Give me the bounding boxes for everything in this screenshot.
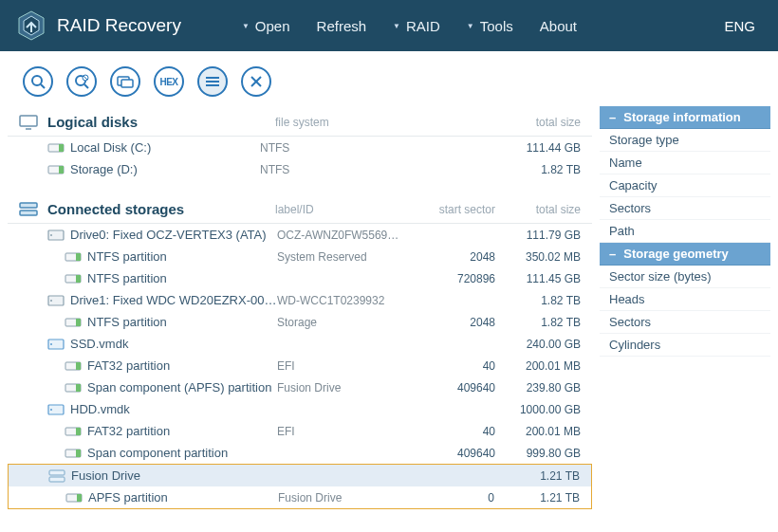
storage-row[interactable]: Drive0: Fixed OCZ-VERTEX3 (ATA)OCZ-AWNZ0… xyxy=(8,224,592,246)
info-row: Sectors xyxy=(600,197,770,220)
svg-rect-9 xyxy=(121,80,133,87)
magnifier-icon xyxy=(30,74,46,89)
logo-wrap: RAID Recovery xyxy=(15,9,181,42)
storage-label: WD-WCC1T0239932 xyxy=(277,294,400,307)
storage-size: 1.82 TB xyxy=(495,294,581,307)
storage-row[interactable]: HDD.vmdk1000.00 GB xyxy=(8,398,592,420)
section-title: Logical disks xyxy=(47,114,275,130)
col-total-size: total size xyxy=(495,203,581,216)
partition-icon xyxy=(65,273,83,284)
menu-raid[interactable]: ▼RAID xyxy=(380,18,454,34)
collapse-icon: – xyxy=(609,110,616,124)
hex-icon: HEX xyxy=(159,77,177,87)
partition-icon xyxy=(65,382,83,394)
disk-fs: NTFS xyxy=(260,141,400,155)
storage-row[interactable]: NTFS partition720896111.45 GB xyxy=(8,267,592,289)
storage-row[interactable]: FAT32 partitionEFI40200.01 MB xyxy=(8,420,592,442)
storage-row[interactable]: NTFS partitionStorage20481.82 TB xyxy=(8,311,592,333)
logical-disk-row[interactable]: Storage (D:)NTFS1.82 TB xyxy=(8,158,592,180)
toolbar: HEX xyxy=(0,51,778,106)
disk-fs: NTFS xyxy=(260,163,400,176)
hex-view-button[interactable]: HEX xyxy=(154,66,184,97)
panel-storage-geometry-header[interactable]: –Storage geometry xyxy=(600,243,770,266)
info-row: Path xyxy=(600,220,770,243)
info-row: Cylinders xyxy=(600,334,770,357)
svg-line-3 xyxy=(41,84,45,88)
storage-row[interactable]: Span component partition409640999.80 GB xyxy=(8,442,592,464)
svg-rect-20 xyxy=(59,166,64,174)
disk-size: 1.82 TB xyxy=(495,163,581,176)
storage-row[interactable]: APFS partitionFusion Drive01.21 TB xyxy=(9,486,591,508)
close-button[interactable] xyxy=(241,66,271,97)
storage-size: 1000.00 GB xyxy=(495,403,581,416)
storage-name: NTFS partition xyxy=(83,315,277,329)
disk-size: 111.44 GB xyxy=(495,141,581,155)
storage-size: 1.21 TB xyxy=(494,491,580,504)
storage-label: EFI xyxy=(277,425,400,438)
virtual-disk-icon xyxy=(48,469,67,483)
svg-point-30 xyxy=(50,300,52,302)
storage-row[interactable]: FAT32 partitionEFI40200.01 MB xyxy=(8,355,592,376)
info-row: Heads xyxy=(600,288,770,311)
app-title: RAID Recovery xyxy=(57,15,181,36)
language-selector[interactable]: ENG xyxy=(716,18,763,34)
chevron-down-icon: ▼ xyxy=(242,22,250,30)
storage-start: 2048 xyxy=(400,250,495,264)
storage-name: HDD.vmdk xyxy=(66,402,277,416)
app-header: RAID Recovery ▼Open Refresh ▼RAID ▼Tools… xyxy=(0,0,778,51)
drive-icon xyxy=(47,295,66,306)
svg-line-5 xyxy=(84,84,88,88)
image-disk-button[interactable] xyxy=(110,66,140,97)
info-row: Capacity xyxy=(600,174,770,197)
storage-tree: Logical disks file system total size Loc… xyxy=(8,106,592,509)
svg-rect-28 xyxy=(76,275,81,283)
app-logo-icon xyxy=(15,9,47,42)
svg-rect-26 xyxy=(76,253,81,261)
storage-row[interactable]: Drive1: Fixed WDC WD20EZRX-00DC...WD-WCC… xyxy=(8,289,592,311)
storage-start: 409640 xyxy=(400,447,495,460)
disk-icon xyxy=(47,164,66,175)
storage-size: 200.01 MB xyxy=(495,425,581,438)
logical-disk-row[interactable]: Local Disk (C:)NTFS111.44 GB xyxy=(8,137,592,158)
close-icon xyxy=(250,76,262,87)
drive-icon xyxy=(47,229,66,241)
menu-tools[interactable]: ▼Tools xyxy=(454,18,527,34)
storage-size: 111.45 GB xyxy=(495,272,581,285)
storage-icon xyxy=(19,202,42,217)
partition-icon xyxy=(65,360,83,372)
svg-point-40 xyxy=(50,409,52,411)
menu-refresh[interactable]: Refresh xyxy=(304,18,380,34)
storage-name: Drive1: Fixed WDC WD20EZRX-00DC... xyxy=(66,293,277,307)
list-view-button[interactable] xyxy=(197,66,228,97)
storage-row[interactable]: Span component (APFS) partitionFusion Dr… xyxy=(8,376,592,398)
storage-start: 409640 xyxy=(400,381,495,394)
col-label: label/ID xyxy=(275,203,400,216)
info-row: Name xyxy=(600,152,770,174)
menu-about[interactable]: About xyxy=(527,18,590,34)
storage-name: NTFS partition xyxy=(83,271,277,285)
virtual-disk-icon xyxy=(47,339,66,350)
collapse-icon: – xyxy=(609,247,616,261)
storage-start: 720896 xyxy=(400,272,495,285)
storage-start: 40 xyxy=(400,359,495,373)
info-row: Storage type xyxy=(600,129,770,152)
panel-storage-info-header[interactable]: –Storage information xyxy=(600,106,770,129)
stop-scan-button[interactable] xyxy=(66,66,97,97)
disk-image-icon xyxy=(117,75,134,88)
disk-name: Storage (D:) xyxy=(66,162,260,176)
storage-row[interactable]: NTFS partitionSystem Reserved2048350.02 … xyxy=(8,246,592,267)
scan-button[interactable] xyxy=(23,66,53,97)
storage-size: 350.02 MB xyxy=(495,250,581,264)
storage-row[interactable]: Fusion Drive1.21 TB xyxy=(9,465,591,486)
magnifier-stop-icon xyxy=(74,74,89,89)
svg-rect-42 xyxy=(76,428,81,435)
svg-rect-48 xyxy=(77,494,82,502)
svg-rect-44 xyxy=(76,449,81,457)
storage-row[interactable]: SSD.vmdk240.00 GB xyxy=(8,333,592,355)
storage-name: APFS partition xyxy=(84,490,278,504)
svg-point-34 xyxy=(50,343,52,345)
storage-label: Fusion Drive xyxy=(277,381,400,394)
menu-open[interactable]: ▼Open xyxy=(229,18,304,34)
storage-start: 0 xyxy=(399,491,494,504)
storage-name: NTFS partition xyxy=(83,249,277,264)
